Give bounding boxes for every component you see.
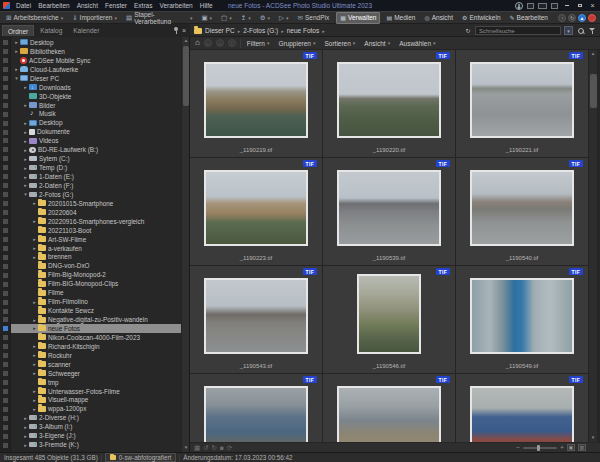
nav-menu-ansicht[interactable]: Ansicht▾ <box>362 40 392 47</box>
thumbnail-image[interactable] <box>204 62 308 138</box>
scrollbar-thumb[interactable] <box>183 46 189 106</box>
minimize-button[interactable] <box>562 2 571 10</box>
chevron-right-icon[interactable]: ▸ <box>22 102 29 108</box>
view-mode-icon[interactable]: ▥ <box>578 444 586 451</box>
breadcrumb-item[interactable]: Dieser PC <box>205 27 235 34</box>
chevron-right-icon[interactable]: ▸ <box>31 317 38 323</box>
chevron-right-icon[interactable]: ▸ <box>31 343 38 349</box>
chevron-right-icon[interactable]: ▸ <box>13 48 20 54</box>
breadcrumb-item[interactable]: 2-Fotos (G:) <box>243 27 278 34</box>
thumbnail-cell[interactable]: TIF_1190539.tif <box>323 158 455 265</box>
tree-item-sytem-c-[interactable]: ▸Sytem (C:) <box>11 154 182 163</box>
tree-item-desktop[interactable]: ▸Desktop <box>11 38 182 47</box>
chevron-down-icon[interactable]: ▾ <box>13 75 20 81</box>
chevron-right-icon[interactable]: ▸ <box>22 415 29 421</box>
breadcrumb-item[interactable]: neue Fotos <box>287 27 320 34</box>
close-button[interactable]: × <box>588 2 597 10</box>
tree-item-3-fremde-k-[interactable]: ▸3-Fremde (K:) <box>11 440 182 449</box>
mode-verwalten[interactable]: ▦Verwalten <box>336 12 380 24</box>
tree-checkbox[interactable] <box>3 389 8 394</box>
chevron-right-icon[interactable]: ▸ <box>31 325 38 331</box>
restore-button[interactable] <box>575 2 584 10</box>
tree-checkbox[interactable] <box>3 353 8 358</box>
tree-item-a-verkaufen[interactable]: ▸a-verkaufen <box>11 244 182 253</box>
tree-checkbox[interactable] <box>3 67 8 72</box>
chevron-right-icon[interactable]: ▸ <box>22 120 29 126</box>
menu-verarbeiten[interactable]: Verarbeiten <box>159 2 192 9</box>
refresh-icon[interactable]: ⟳ <box>227 444 232 452</box>
tree-checkbox[interactable] <box>3 147 8 152</box>
grid-scrollbar[interactable]: ▲ ▼ <box>588 50 597 442</box>
tree-checkbox[interactable] <box>3 425 8 430</box>
tree-item-2-fotos-g-[interactable]: ▾2-Fotos (G:) <box>11 190 182 199</box>
menu-fenster[interactable]: Fenster <box>105 2 127 9</box>
tree-item-schweeger[interactable]: ▸Schweeger <box>11 369 182 378</box>
chevron-right-icon[interactable]: ▸ <box>31 370 38 376</box>
zoom-slider-knob[interactable] <box>537 445 540 451</box>
status-folder-chip[interactable]: 0-sw-abfotografiert <box>105 453 177 462</box>
zoom-out-icon[interactable]: − <box>516 445 520 451</box>
fit-image-icon[interactable]: ▣ <box>567 444 575 451</box>
menu-datei[interactable]: Datei <box>16 2 31 9</box>
thumbnail-image[interactable] <box>357 274 421 354</box>
up-icon[interactable]: ↑ <box>228 39 236 47</box>
tree-item-richard-kitschigin[interactable]: ▸Richard-Kitschigin <box>11 342 182 351</box>
tree-checkbox[interactable] <box>3 228 8 233</box>
tree-checkbox[interactable] <box>3 326 8 331</box>
menu-extras[interactable]: Extras <box>134 2 152 9</box>
tree-item-film-big-monopod-2[interactable]: Film-Big-Monopod-2 <box>11 270 182 279</box>
thumbnail-cell[interactable]: TIF_1190546.tif <box>323 266 455 373</box>
tree-checkbox[interactable] <box>3 58 8 63</box>
tree-checkbox[interactable] <box>3 76 8 81</box>
toolbar-compare-button[interactable]: ▣▾ <box>199 13 214 23</box>
tree-item-20201015-smartphone[interactable]: ▸20201015-Smartphone <box>11 199 182 208</box>
export-icon[interactable]: ▦ <box>194 444 200 452</box>
tree-checkbox[interactable] <box>3 85 8 90</box>
thumbnail-cell[interactable]: TIF <box>190 374 322 442</box>
thumbnail-image[interactable] <box>204 170 308 246</box>
tree-checkbox[interactable] <box>3 380 8 385</box>
nav-menu-auswahlen[interactable]: Auswählen▾ <box>397 40 437 47</box>
chevron-right-icon[interactable]: ▸ <box>22 156 29 162</box>
tree-checkbox[interactable] <box>3 201 8 206</box>
tree-checkbox[interactable] <box>3 192 8 197</box>
tree-item-20220604[interactable]: 20220604 <box>11 208 182 217</box>
chevron-right-icon[interactable]: ▸ <box>31 245 38 251</box>
tree-checkbox[interactable] <box>3 317 8 322</box>
tree-checkbox[interactable] <box>3 309 8 314</box>
pane-layout-center-icon[interactable] <box>538 3 547 9</box>
chevron-right-icon[interactable]: ▸ <box>31 361 38 367</box>
chevron-right-icon[interactable]: ▸ <box>31 406 38 412</box>
thumbnail-image[interactable] <box>204 278 308 354</box>
tab-ordner[interactable]: Ordner <box>2 25 34 36</box>
chevron-right-icon[interactable]: ▸ <box>31 388 38 394</box>
chevron-right-icon[interactable]: ▸ <box>22 174 29 180</box>
tab-kalender[interactable]: Kalender <box>68 25 104 36</box>
tree-item-3-album-i-[interactable]: ▸3-Album (I:) <box>11 422 182 431</box>
chevron-right-icon[interactable]: ▸ <box>22 147 29 153</box>
tree-item-negative-digital-zu-positiv-wandeln[interactable]: ▸Negative-digital-zu-Positiv-wandeln <box>11 315 182 324</box>
tree-item-desktop[interactable]: ▸Desktop <box>11 118 182 127</box>
zoom-in-icon[interactable]: + <box>560 445 564 451</box>
tree-checkbox[interactable] <box>3 138 8 143</box>
tree-checkbox[interactable] <box>3 94 8 99</box>
tree-checkbox[interactable] <box>3 371 8 376</box>
chevron-right-icon[interactable]: ▸ <box>22 165 29 171</box>
tree-checkbox[interactable] <box>3 273 8 278</box>
tree-item-bilder[interactable]: ▸Bilder <box>11 101 182 110</box>
pin-icon[interactable] <box>173 27 179 35</box>
tree-item-downloads[interactable]: ▸Downloads <box>11 83 182 92</box>
toolbar-upload-button[interactable]: ↥▾ <box>239 13 253 23</box>
tree-item-film-big-monopod-clips[interactable]: Film-BIG-Monopod-Clips <box>11 279 182 288</box>
tree-checkbox[interactable] <box>3 344 8 349</box>
tree-checkbox[interactable] <box>3 121 8 126</box>
pane-layout-left-icon[interactable] <box>527 3 534 9</box>
search-dropdown-icon[interactable]: ▾ <box>564 26 573 35</box>
chevron-right-icon[interactable]: ▸ <box>22 129 29 135</box>
thumbnail-image[interactable] <box>470 170 574 246</box>
chevron-right-icon[interactable]: ▸ <box>22 84 29 90</box>
thumbnail-cell[interactable]: TIF <box>323 374 455 442</box>
menu-ansicht[interactable]: Ansicht <box>77 2 98 9</box>
thumbnail-cell[interactable]: TIF_1190543.tif <box>190 266 322 373</box>
tree-checkbox[interactable] <box>3 183 8 188</box>
